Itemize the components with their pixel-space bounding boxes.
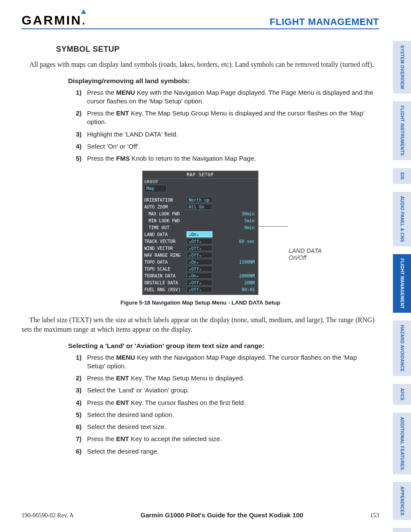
page-footer: 190-00590-02 Rev. A Garmin G1000 Pilot's… <box>22 511 379 519</box>
step-item: 1)Press the MENU Key with the Navigation… <box>76 353 375 371</box>
section-tab[interactable]: ADDITIONAL FEATURES <box>393 413 411 474</box>
setting-label: FUEL RNG (RSV) <box>144 287 187 292</box>
step-item: 1)Press the MENU Key with the Navigation… <box>76 88 375 106</box>
setting-label: OBSTACLE DATA <box>144 280 187 285</box>
map-setup-row: TIME OUT0min <box>144 224 256 231</box>
page-content: GARMIN FLIGHT MANAGEMENT SYMBOL SETUP Al… <box>22 13 379 464</box>
footer-page-number: 153 <box>370 512 379 519</box>
figure-caption: Figure 5-18 Navigation Map Setup Menu - … <box>22 299 379 306</box>
map-setup-screenshot: MAP SETUP GROUP Map ORIENTATIONNorth upA… <box>142 171 258 295</box>
step-item: 7)Press the ENT Key to accept the select… <box>76 435 375 443</box>
step-number: 6) <box>76 423 87 431</box>
step-item: 4)Select 'On' or 'Off'. <box>76 142 375 151</box>
setting-label: TRACK VECTOR <box>144 239 187 244</box>
step-number: 1) <box>76 88 87 106</box>
setting-label: TOPO DATA <box>144 260 187 264</box>
map-setup-row: MAX LOOK FWD30min <box>144 210 256 217</box>
step-text: Press the ENT Key to accept the selected… <box>87 435 375 443</box>
section-tab[interactable]: AUDIO PANEL & CNS <box>393 192 411 246</box>
setting-label: TERRAIN DATA <box>144 274 187 278</box>
map-setup-row: AUTO ZOOMAll On <box>144 203 256 210</box>
section-tab[interactable]: FLIGHT MANAGEMENT <box>393 254 411 313</box>
section-tab[interactable]: SYSTEM OVERVIEW <box>393 41 411 93</box>
key-name: FMS <box>116 155 130 162</box>
setting-extra: 2000NM <box>212 274 256 278</box>
section-tab[interactable]: INDEX <box>393 528 411 532</box>
step-number: 5) <box>76 154 87 163</box>
section-tab[interactable]: HAZARD AVOIDANCE <box>393 320 411 376</box>
step-number: 6) <box>76 447 87 456</box>
setting-label: MAX LOOK FWD <box>144 212 187 216</box>
setting-value: Off <box>187 286 212 292</box>
page-header: GARMIN FLIGHT MANAGEMENT <box>22 13 379 29</box>
step-text: Press the FMS Knob to return to the Navi… <box>87 154 375 163</box>
step-text: Select the 'Land' or 'Aviation' group. <box>87 386 375 395</box>
setting-value: North up <box>187 197 212 203</box>
setting-value: Off <box>187 238 212 244</box>
step-item: 2)Press the ENT Key. The Map Setup Menu … <box>76 374 375 383</box>
setting-value: All On <box>187 204 212 210</box>
step-number: 3) <box>76 386 87 395</box>
map-setup-row: NAV RANGE RINGOff <box>144 252 256 258</box>
step-item: 2)Press the ENT Key. The Map Setup Group… <box>76 109 375 127</box>
step-item: 3)Highlight the 'LAND DATA' field. <box>76 130 375 139</box>
setting-label: ORIENTATION <box>144 198 187 202</box>
map-setup-row: MIN LOOK FWD5min <box>144 217 256 224</box>
setting-label: LAND DATA <box>144 232 187 237</box>
setting-value: Off <box>187 280 212 286</box>
setting-value: On <box>187 273 212 279</box>
step-text: Select the desired land option. <box>87 411 375 419</box>
step-number: 5) <box>76 411 87 419</box>
step-number: 7) <box>76 435 87 443</box>
key-name: ENT <box>116 374 129 382</box>
map-setup-row: TRACK VECTOROff60 sec <box>144 238 256 245</box>
map-setup-title: MAP SETUP <box>143 171 258 179</box>
setting-value: Off <box>187 252 212 258</box>
step-text: Press the ENT Key. The Map Setup Group M… <box>87 109 375 127</box>
callout-line2: On/Off <box>289 254 306 261</box>
step-text: Select the desired range. <box>87 447 375 456</box>
map-setup-rows: ORIENTATIONNorth upAUTO ZOOMAll OnMAX LO… <box>143 195 258 295</box>
setting-extra: 20NM <box>212 280 256 285</box>
setting-value: Off <box>187 266 212 272</box>
setting-extra: 60 sec <box>212 239 256 244</box>
map-setup-row: TOPO SCALEOff <box>144 265 256 272</box>
group-label: GROUP <box>143 179 258 184</box>
setting-label: MIN LOOK FWD <box>144 218 187 223</box>
step-text: Press the MENU Key with the Navigation M… <box>87 353 375 371</box>
figure-callout: LAND DATA On/Off <box>289 247 322 261</box>
intro-paragraph-2: The label size (TEXT) sets the size at w… <box>22 315 379 334</box>
step-item: 6)Select the desired range. <box>76 447 375 456</box>
callout-leader-line <box>258 226 288 227</box>
map-setup-row: TOPO DATAOn1500NM <box>144 258 256 265</box>
step-text: Press the ENT Key. The cursor flashes on… <box>87 398 375 407</box>
step-number: 2) <box>76 109 87 127</box>
procedure-heading-1: Displaying/removing all land symbols: <box>68 77 379 85</box>
group-value: Map <box>144 185 167 192</box>
callout-line1: LAND DATA <box>289 247 322 254</box>
setting-extra: 1500NM <box>212 260 256 264</box>
step-text: Select 'On' or 'Off'. <box>87 142 375 151</box>
setting-value: On <box>187 259 212 265</box>
footer-guide-title: Garmin G1000 Pilot's Guide for the Quest… <box>140 511 303 519</box>
step-text: Press the ENT Key. The Map Setup Menu is… <box>87 374 375 383</box>
setting-extra: 5min <box>212 218 256 223</box>
step-number: 1) <box>76 353 87 371</box>
map-setup-row: WIND VECTOROff <box>144 245 256 252</box>
setting-label: NAV RANGE RING <box>144 253 187 258</box>
key-name: ENT <box>116 435 129 442</box>
setting-label: WIND VECTOR <box>144 246 187 251</box>
step-item: 6)Select the desired text size. <box>76 423 375 431</box>
step-item: 4)Press the ENT Key. The cursor flashes … <box>76 398 375 407</box>
setting-value: Off <box>187 245 212 251</box>
procedure-heading-2: Selecting a 'Land' or 'Aviation' group i… <box>68 342 379 350</box>
key-name: ENT <box>116 399 129 406</box>
section-tab[interactable]: FLIGHT INSTRUMENTS <box>393 101 411 160</box>
procedure-steps-1: 1)Press the MENU Key with the Navigation… <box>76 88 375 163</box>
section-tab[interactable]: AFCS <box>393 384 411 404</box>
section-tab[interactable]: EIS <box>393 168 411 184</box>
step-number: 4) <box>76 398 87 407</box>
key-name: ENT <box>116 109 129 117</box>
intro-paragraph-1: All pages with maps can display land sym… <box>22 60 379 69</box>
section-tab[interactable]: APPENDICES <box>393 482 411 520</box>
